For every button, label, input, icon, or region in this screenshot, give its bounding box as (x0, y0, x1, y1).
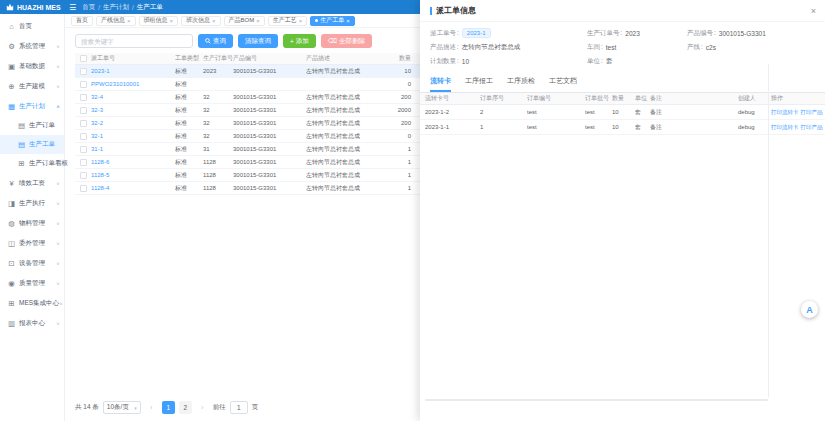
row-checkbox[interactable] (80, 107, 87, 114)
page-button-1[interactable]: 1 (162, 401, 175, 414)
dispatch-no-link[interactable]: 31-1 (91, 146, 175, 152)
table-row[interactable]: 2023-1 标准 2023 3001015-G3301 左转向节总衬套总成 1… (75, 65, 423, 78)
sidebar-item-material[interactable]: ◍ 物料管理 ∨ (0, 213, 64, 233)
sidebar-item-basic-data[interactable]: ▣ 基础数据 ∨ (0, 56, 64, 76)
search-input[interactable] (75, 34, 193, 48)
table-row[interactable]: 1128-5 标准 1128 3001015-G3301 左转向节总衬套总成 1 (75, 169, 423, 182)
table-row[interactable]: 31-1 标准 31 3001015-G3301 左转向节总衬套总成 1 (75, 143, 423, 156)
sidebar-item-quality[interactable]: ◉ 质量管理 ∨ (0, 273, 64, 293)
sidebar-item-system[interactable]: ⚙ 系统管理 ∨ (0, 36, 64, 56)
close-icon[interactable]: × (299, 18, 303, 24)
dispatch-no-link[interactable]: 1128-6 (91, 159, 175, 165)
tag-shift-info[interactable]: 班次信息 × (181, 16, 221, 26)
dispatch-no-link[interactable]: PPWO231010001 (91, 81, 175, 87)
row-checkbox[interactable] (80, 81, 87, 88)
close-icon[interactable]: × (212, 18, 216, 24)
col-order-no: 订单编号 (527, 94, 585, 103)
prev-page-button[interactable]: ‹ (145, 401, 158, 414)
dispatch-no-link[interactable]: 32-2 (91, 120, 175, 126)
tag-line-info[interactable]: 产线信息 × (96, 16, 136, 26)
tag-process[interactable]: 生产工艺 × (268, 16, 308, 26)
sidebar-item-production-execution[interactable]: ◨ 生产执行 ∨ (0, 193, 64, 213)
horizontal-scrollbar[interactable] (425, 399, 768, 401)
print-flow-card-link[interactable]: 打印流转卡 (771, 124, 799, 131)
table-row[interactable]: 1128-4 标准 1128 3001015-G3301 左转向节总衬套总成 1 (75, 182, 423, 195)
page-size-select[interactable]: 10条/页 ▾ (103, 401, 141, 414)
cell-product-desc: 左转向节总衬套总成 (306, 184, 386, 193)
sidebar-item-production-work-order[interactable]: ▤ 生产工单 (0, 135, 64, 154)
close-icon[interactable]: × (170, 18, 174, 24)
next-page-button[interactable]: › (196, 401, 209, 414)
goto-page-input[interactable] (230, 401, 248, 414)
dispatch-no-link[interactable]: 32-3 (91, 107, 175, 113)
tag-work-order-active[interactable]: 生产工单 × (310, 16, 355, 26)
tag-home[interactable]: 首页 (71, 16, 93, 26)
add-button[interactable]: + 添加 (283, 34, 316, 48)
chevron-down-icon: ∨ (56, 321, 60, 326)
flow-card-row[interactable]: 2023-1-2 2 test test 10 套 备注 debug 打印流转卡… (420, 105, 825, 120)
delete-all-button[interactable]: ⌫ 全部删除 (321, 34, 372, 48)
flow-card-row[interactable]: 2023-1-1 1 test test 10 套 备注 debug 打印流转卡… (420, 120, 825, 135)
tag-product-bom[interactable]: 产品BOM × (224, 16, 265, 26)
dispatch-no-link[interactable]: 1128-4 (91, 185, 175, 191)
query-button[interactable]: 查询 (198, 34, 233, 48)
cell-type: 标准 (175, 184, 203, 193)
sidebar-item-equipment[interactable]: ⊡ 设备管理 ∨ (0, 253, 64, 273)
breadcrumb-item-home[interactable]: 首页 (82, 3, 95, 12)
sidebar-item-report-center[interactable]: ▥ 报表中心 ∨ (0, 313, 64, 333)
tag-team-info[interactable]: 班组信息 × (139, 16, 179, 26)
row-checkbox[interactable] (80, 133, 87, 140)
dispatch-no-link[interactable]: 1128-5 (91, 172, 175, 178)
menu-collapse-icon[interactable]: ☰ (69, 3, 76, 12)
tab-process-report[interactable]: 工序报工 (465, 76, 493, 92)
row-checkbox[interactable] (80, 172, 87, 179)
sidebar-item-performance-pay[interactable]: ¥ 绩效工资 ∨ (0, 173, 64, 193)
table-row[interactable]: 32-1 标准 32 3001015-G3301 左转向节总衬套总成 0 (75, 130, 423, 143)
sidebar-item-production-plan[interactable]: ▦ 生产计划 ∧ (0, 96, 64, 116)
cell-order-no: 32 (203, 133, 233, 139)
col-remark: 备注 (650, 94, 738, 103)
tag-label: 首页 (76, 16, 88, 25)
tab-flow-card[interactable]: 流转卡 (430, 76, 451, 92)
sidebar-item-production-order[interactable]: ▤ 生产订单 (0, 116, 64, 135)
cell-qty: 2000 (386, 107, 414, 113)
close-icon[interactable]: × (127, 18, 131, 24)
breadcrumb-item-plan[interactable]: 生产计划 (103, 3, 129, 12)
row-checkbox[interactable] (80, 159, 87, 166)
drawer-title: 派工单信息 (420, 0, 825, 22)
table-row[interactable]: 32-4 标准 32 3001015-G3301 左转向节总衬套总成 200 (75, 91, 423, 104)
delete-all-label: 全部删除 (339, 37, 365, 46)
sidebar-item-order-board[interactable]: ⊞ 生产订单看板 (0, 154, 64, 173)
sidebar-item-mes-integration[interactable]: ⊞ MES集成中心 ∨ (0, 293, 64, 313)
table-row[interactable]: 1128-6 标准 1128 3001015-G3301 左转向节总衬套总成 1 (75, 156, 423, 169)
select-all-checkbox[interactable] (80, 55, 87, 62)
sidebar-item-outsourcing[interactable]: ◫ 委外管理 ∨ (0, 233, 64, 253)
sidebar-item-home[interactable]: ⌂ 首页 (0, 16, 64, 36)
row-checkbox[interactable] (80, 146, 87, 153)
close-icon[interactable]: × (256, 18, 260, 24)
assistant-float-button[interactable]: A (801, 301, 818, 318)
print-barcode-link[interactable]: 打印产品条码 (801, 124, 824, 131)
dispatch-no-link[interactable]: 32-1 (91, 133, 175, 139)
dispatch-no-link[interactable]: 2023-1 (91, 68, 175, 74)
table-row[interactable]: PPWO231010001 标准 0 (75, 78, 423, 91)
row-checkbox[interactable] (80, 185, 87, 192)
tab-process-documents[interactable]: 工艺文档 (549, 76, 577, 92)
cell-remark: 备注 (650, 123, 738, 132)
row-checkbox[interactable] (80, 68, 87, 75)
print-barcode-link[interactable]: 打印产品条码 (801, 109, 824, 116)
drawer-close-icon[interactable]: × (811, 6, 816, 16)
breadcrumb-separator: / (132, 4, 134, 11)
table-row[interactable]: 32-2 标准 32 3001015-G3301 左转向节总衬套总成 200 (75, 117, 423, 130)
page-button-2[interactable]: 2 (179, 401, 192, 414)
table-row[interactable]: 32-3 标准 32 3001015-G3301 左转向节总衬套总成 2000 (75, 104, 423, 117)
row-checkbox[interactable] (80, 120, 87, 127)
clear-query-button[interactable]: 清除查询 (238, 34, 278, 48)
print-flow-card-link[interactable]: 打印流转卡 (771, 109, 799, 116)
dispatch-no-chip[interactable]: 2023-1 (462, 28, 491, 38)
dispatch-no-link[interactable]: 32-4 (91, 94, 175, 100)
tab-process-inspection[interactable]: 工序质检 (507, 76, 535, 92)
sidebar-item-modeling[interactable]: ⊕ 生产建模 ∨ (0, 76, 64, 96)
row-checkbox[interactable] (80, 94, 87, 101)
close-icon[interactable]: × (346, 18, 350, 24)
